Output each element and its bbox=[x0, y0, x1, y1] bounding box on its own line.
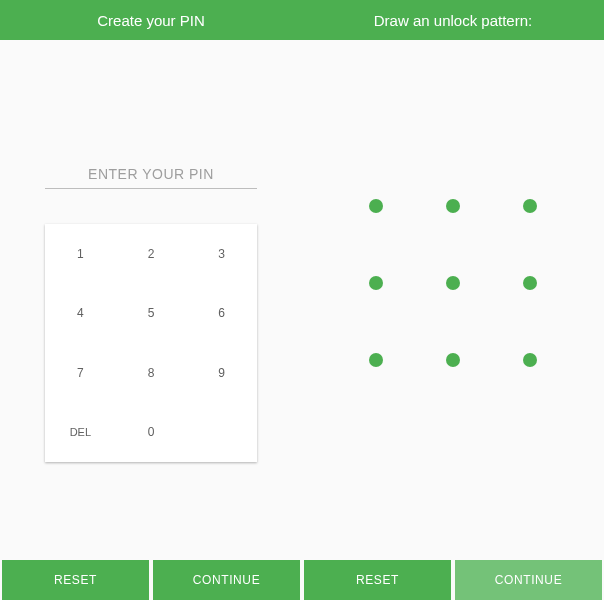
key-4[interactable]: 4 bbox=[45, 284, 116, 344]
key-2[interactable]: 2 bbox=[116, 224, 187, 284]
pattern-dot[interactable] bbox=[369, 199, 383, 213]
body: ENTER YOUR PIN 1 2 3 4 5 6 7 8 9 DEL 0 bbox=[0, 40, 604, 560]
pattern-dot[interactable] bbox=[523, 276, 537, 290]
pattern-dot[interactable] bbox=[523, 353, 537, 367]
pattern-pane bbox=[302, 40, 604, 560]
key-del[interactable]: DEL bbox=[45, 403, 116, 463]
header-pin-title: Create your PIN bbox=[0, 0, 302, 40]
key-9[interactable]: 9 bbox=[186, 343, 257, 403]
pin-input-placeholder: ENTER YOUR PIN bbox=[45, 166, 257, 182]
pattern-dot[interactable] bbox=[446, 353, 460, 367]
key-5[interactable]: 5 bbox=[116, 284, 187, 344]
key-1[interactable]: 1 bbox=[45, 224, 116, 284]
pattern-dot[interactable] bbox=[369, 276, 383, 290]
pattern-dot[interactable] bbox=[446, 199, 460, 213]
header-bar: Create your PIN Draw an unlock pattern: bbox=[0, 0, 604, 40]
footer: RESET CONTINUE RESET CONTINUE bbox=[0, 560, 604, 600]
key-8[interactable]: 8 bbox=[116, 343, 187, 403]
key-3[interactable]: 3 bbox=[186, 224, 257, 284]
pattern-grid[interactable] bbox=[338, 168, 568, 398]
pin-keypad: 1 2 3 4 5 6 7 8 9 DEL 0 bbox=[45, 224, 257, 462]
pin-continue-button[interactable]: CONTINUE bbox=[153, 560, 300, 600]
pattern-dot[interactable] bbox=[446, 276, 460, 290]
pattern-dot[interactable] bbox=[523, 199, 537, 213]
pin-input-underline[interactable] bbox=[45, 188, 257, 189]
pattern-dot[interactable] bbox=[369, 353, 383, 367]
pattern-reset-button[interactable]: RESET bbox=[304, 560, 451, 600]
key-6[interactable]: 6 bbox=[186, 284, 257, 344]
key-7[interactable]: 7 bbox=[45, 343, 116, 403]
pin-pane: ENTER YOUR PIN 1 2 3 4 5 6 7 8 9 DEL 0 bbox=[0, 40, 302, 560]
pattern-continue-button[interactable]: CONTINUE bbox=[455, 560, 602, 600]
header-pattern-title: Draw an unlock pattern: bbox=[302, 0, 604, 40]
pin-reset-button[interactable]: RESET bbox=[2, 560, 149, 600]
key-0[interactable]: 0 bbox=[116, 403, 187, 463]
